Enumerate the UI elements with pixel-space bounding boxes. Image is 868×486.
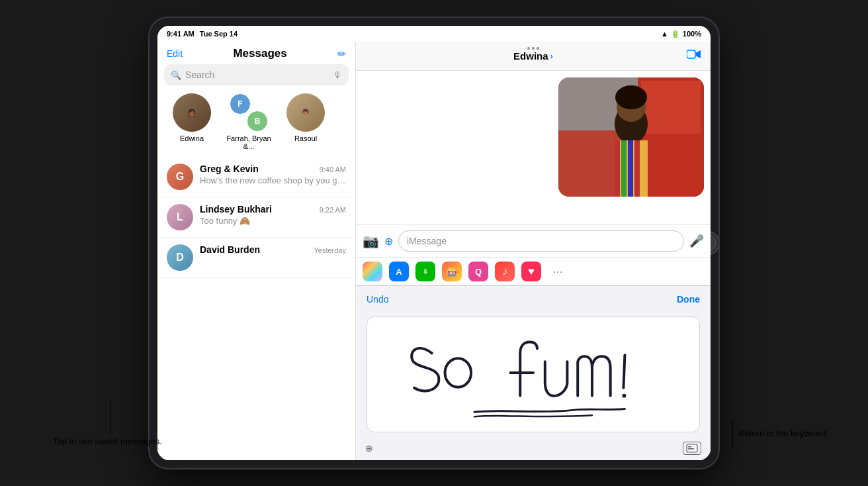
chat-input-row: 📷 ⊕ iMessage 🎤 bbox=[356, 224, 711, 257]
handwriting-toolbar: Undo Done bbox=[356, 286, 711, 313]
chat-area: Edwina › bbox=[356, 42, 711, 460]
compose-button[interactable]: ✏ bbox=[337, 48, 346, 60]
sidebar-header: Edit Messages ✏ bbox=[157, 42, 355, 64]
svg-rect-9 bbox=[615, 140, 620, 197]
mic-icon[interactable]: 🎙 bbox=[333, 70, 342, 80]
conv-body-lindsey: Lindsey Bukhari 9:22 AM Too funny 🙈 bbox=[200, 204, 346, 226]
svg-rect-0 bbox=[687, 50, 695, 58]
ipad-device: 9:41 AM Tue Sep 14 ▲ 🔋 100% Edit Message… bbox=[150, 18, 718, 468]
handwriting-canvas[interactable] bbox=[367, 316, 700, 432]
conv-body-david: David Burden Yesterday bbox=[200, 244, 346, 255]
conv-preview-lindsey: Too funny 🙈 bbox=[200, 216, 346, 226]
svg-rect-13 bbox=[641, 140, 648, 197]
battery-percent: 100% bbox=[683, 30, 701, 38]
cash-app-icon[interactable]: $ bbox=[415, 262, 435, 281]
ipad-screen: 9:41 AM Tue Sep 14 ▲ 🔋 100% Edit Message… bbox=[157, 26, 711, 460]
input-placeholder: iMessage bbox=[407, 236, 447, 246]
svg-rect-19 bbox=[688, 446, 691, 448]
conv-avatar-greg: G bbox=[167, 164, 193, 190]
contact-avatar-rasoul: 👨🏽 bbox=[286, 93, 325, 132]
handwriting-panel: Undo Done bbox=[356, 285, 711, 460]
conv-body-greg: Greg & Kevin 9:40 AM How's the new coffe… bbox=[200, 164, 346, 185]
video-call-button[interactable] bbox=[687, 49, 701, 63]
camera-icon[interactable]: 📷 bbox=[363, 233, 379, 249]
conv-name-lindsey: Lindsey Bukhari bbox=[200, 204, 272, 215]
svg-line-16 bbox=[623, 355, 625, 387]
status-date: Tue Sep 14 bbox=[200, 30, 238, 38]
chat-title: Edwina › bbox=[513, 50, 553, 62]
svg-rect-10 bbox=[621, 140, 627, 197]
contact-avatar-edwina: 👩🏾 bbox=[173, 93, 211, 132]
annotation-bottom-right: Return to the keyboard. bbox=[732, 420, 828, 446]
conv-avatar-david: D bbox=[167, 244, 193, 271]
game-app-icon[interactable]: 🎰 bbox=[442, 262, 462, 281]
search-icon: 🔍 bbox=[171, 70, 181, 80]
conv-time-greg: 9:40 AM bbox=[320, 166, 346, 173]
conv-avatar-lindsey: L bbox=[167, 204, 193, 230]
pinned-contact-group[interactable]: F B Farrah, Bryan &... bbox=[224, 93, 274, 150]
undo-button[interactable]: Undo bbox=[367, 294, 388, 305]
battery-icon: 🔋 bbox=[671, 30, 680, 38]
message-input[interactable]: iMessage bbox=[398, 230, 684, 252]
conv-time-david: Yesterday bbox=[314, 246, 346, 254]
sidebar: Edit Messages ✏ 🔍 Search 🎙 bbox=[157, 42, 356, 460]
svg-rect-4 bbox=[641, 81, 701, 134]
saved-messages-icon[interactable]: ⊕ bbox=[365, 443, 373, 454]
status-time: 9:41 AM bbox=[167, 30, 195, 38]
conv-name-david: David Burden bbox=[200, 244, 260, 255]
status-bar: 9:41 AM Tue Sep 14 ▲ 🔋 100% bbox=[157, 26, 711, 42]
search-input[interactable]: Search bbox=[185, 70, 329, 80]
wifi-icon: ▲ bbox=[661, 30, 668, 38]
edit-button[interactable]: Edit bbox=[167, 48, 183, 59]
chat-header: Edwina › bbox=[356, 42, 711, 71]
done-button[interactable]: Done bbox=[677, 294, 700, 305]
svg-rect-12 bbox=[634, 140, 640, 197]
keyboard-return-icon[interactable] bbox=[683, 442, 701, 455]
conv-item-david[interactable]: D David Burden Yesterday bbox=[157, 238, 355, 278]
music-app-icon[interactable]: ♪ bbox=[495, 262, 515, 281]
quiz-app-icon[interactable]: Q bbox=[468, 262, 488, 281]
pinned-contacts: 👩🏾 Edwina F B Farrah, Bryan &... bbox=[157, 91, 355, 157]
app-strip: A $ 🎰 Q ♪ ♥ ··· bbox=[356, 257, 711, 285]
chat-contact-name: Edwina bbox=[513, 50, 548, 62]
photos-app-icon[interactable] bbox=[363, 262, 382, 281]
annotation-bottom-left-text: Tap to see saved messages. bbox=[53, 436, 162, 446]
pinned-contact-edwina[interactable]: 👩🏾 Edwina bbox=[167, 93, 217, 150]
conv-name-greg: Greg & Kevin bbox=[200, 164, 259, 174]
appstore-app-icon[interactable]: A bbox=[389, 262, 409, 281]
svg-point-7 bbox=[615, 85, 647, 109]
contact-name-rasoul: Rasoul bbox=[294, 134, 317, 142]
conv-item-greg[interactable]: G Greg & Kevin 9:40 AM How's the new cof… bbox=[157, 157, 355, 197]
svg-rect-20 bbox=[688, 448, 694, 450]
contact-chevron-icon[interactable]: › bbox=[550, 51, 553, 61]
heart-app-icon[interactable]: ♥ bbox=[521, 262, 541, 281]
voice-input-icon[interactable]: 🎤 bbox=[689, 234, 704, 248]
more-apps-icon[interactable]: ··· bbox=[548, 262, 568, 281]
svg-point-17 bbox=[622, 394, 626, 398]
chat-header-dots bbox=[527, 47, 539, 50]
photo-bubble[interactable] bbox=[558, 77, 704, 197]
conv-time-lindsey: 9:22 AM bbox=[320, 206, 346, 214]
contact-avatar-group: F B bbox=[230, 93, 268, 132]
sidebar-title: Messages bbox=[183, 47, 337, 60]
annotation-bottom-right-text: Return to the keyboard. bbox=[738, 428, 828, 438]
main-content: Edit Messages ✏ 🔍 Search 🎙 bbox=[157, 42, 711, 460]
chat-messages bbox=[356, 71, 711, 224]
svg-rect-11 bbox=[628, 140, 633, 197]
search-bar[interactable]: 🔍 Search 🎙 bbox=[164, 64, 349, 85]
contact-name-edwina: Edwina bbox=[180, 134, 204, 142]
hw-bottom-bar: ⊕ bbox=[356, 436, 711, 460]
conversation-list: G Greg & Kevin 9:40 AM How's the new cof… bbox=[157, 157, 355, 460]
svg-point-14 bbox=[445, 358, 472, 387]
conv-item-lindsey[interactable]: L Lindsey Bukhari 9:22 AM Too funny 🙈 bbox=[157, 197, 355, 238]
pinned-contact-rasoul[interactable]: 👨🏽 Rasoul bbox=[281, 93, 331, 150]
conv-preview-greg: How's the new coffee shop by you guys? bbox=[200, 175, 346, 185]
annotation-bottom-left: Tap to see saved messages. bbox=[53, 401, 162, 446]
contact-name-group: Farrah, Bryan &... bbox=[224, 134, 274, 150]
appstore-icon[interactable]: ⊕ bbox=[384, 235, 393, 248]
